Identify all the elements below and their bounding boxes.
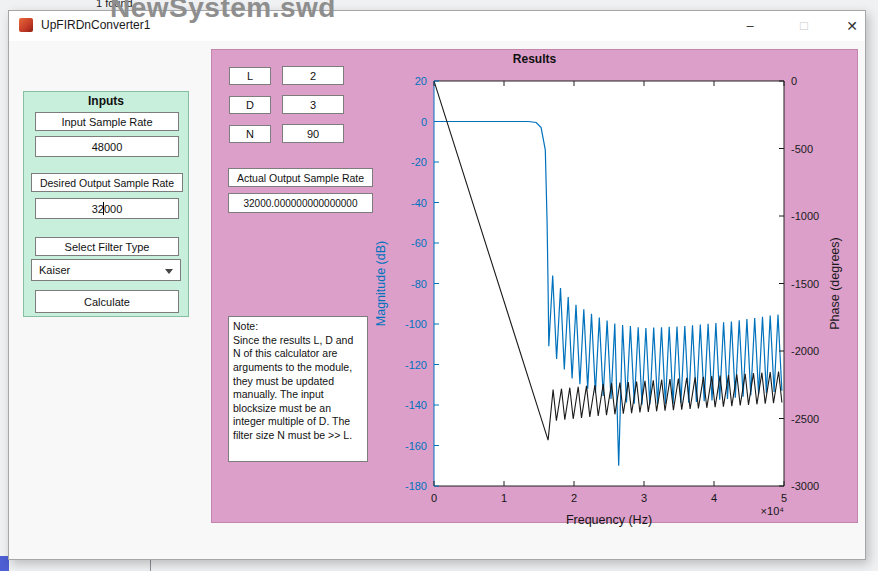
svg-text:0: 0 [421,116,427,128]
input-sample-rate-label: Input Sample Rate [35,112,179,131]
svg-text:-20: -20 [411,156,427,168]
svg-text:-2000: -2000 [791,345,819,357]
l-value-field[interactable]: 2 [282,66,344,85]
close-button[interactable]: ✕ [834,13,870,39]
output-sample-rate-value: 32000 [92,203,123,215]
svg-text:-60: -60 [411,237,427,249]
chevron-down-icon [165,269,173,274]
svg-text:0: 0 [791,75,797,87]
n-label: N [229,125,271,143]
svg-text:-500: -500 [791,143,813,155]
filter-type-value: Kaiser [39,264,70,276]
svg-text:1: 1 [501,492,507,504]
svg-text:×10⁴: ×10⁴ [761,505,785,517]
matlab-app-icon [19,18,33,32]
filter-type-dropdown[interactable]: Kaiser [31,259,181,281]
maximize-button[interactable]: □ [786,13,822,39]
d-value-field[interactable]: 3 [282,95,344,114]
n-value-field[interactable]: 90 [282,124,344,143]
svg-text:4: 4 [711,492,717,504]
results-panel-title: Results [212,52,857,66]
svg-text:-160: -160 [405,440,427,452]
svg-text:0: 0 [431,492,437,504]
output-sample-rate-label: Desired Output Sample Rate [31,173,183,192]
background-app-title: NewSystem.swd [110,0,336,24]
svg-text:-100: -100 [405,318,427,330]
minimize-button[interactable]: – [732,13,768,39]
svg-text:Frequency (Hz): Frequency (Hz) [566,513,652,527]
svg-text:-2500: -2500 [791,413,819,425]
svg-text:-3000: -3000 [791,480,819,492]
text-caret [103,202,104,215]
svg-text:Magnitude (dB): Magnitude (dB) [374,241,388,326]
svg-text:-140: -140 [405,399,427,411]
svg-text:-80: -80 [411,278,427,290]
output-sample-rate-field[interactable]: 32000 [35,198,179,219]
svg-text:-40: -40 [411,197,427,209]
svg-text:-1000: -1000 [791,210,819,222]
d-label: D [229,96,271,114]
actual-output-rate-label: Actual Output Sample Rate [228,168,373,187]
svg-text:-120: -120 [405,359,427,371]
svg-text:Phase (degrees): Phase (degrees) [828,237,842,329]
svg-text:3: 3 [641,492,647,504]
note-box: Note: Since the results L, D and N of th… [228,316,368,462]
svg-text:-1500: -1500 [791,278,819,290]
l-label: L [229,67,271,85]
upfirdn-converter-window: UpFIRDnConverter1 – □ ✕ Inputs Input Sam… [8,10,866,560]
filter-type-label: Select Filter Type [35,237,179,256]
svg-text:2: 2 [571,492,577,504]
svg-text:20: 20 [415,75,427,87]
actual-output-rate-field[interactable]: 32000.000000000000000 [228,193,373,213]
calculate-button[interactable]: Calculate [35,290,179,313]
desktop: 1 found NewSystem.swd UpFIRDnConverter1 … [0,0,878,571]
inputs-panel: Inputs Input Sample Rate 48000 Desired O… [23,91,189,317]
input-sample-rate-field[interactable]: 48000 [35,136,179,157]
inputs-panel-title: Inputs [24,94,188,108]
results-plot: 012345200-20-40-60-80-100-120-140-160-18… [369,66,849,531]
svg-text:-180: -180 [405,480,427,492]
svg-text:5: 5 [781,492,787,504]
